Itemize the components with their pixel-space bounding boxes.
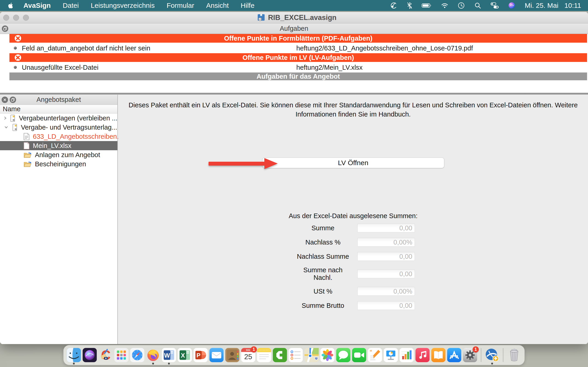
dock-powerpoint-icon[interactable]: P <box>194 348 208 362</box>
menu-item-datei[interactable]: Datei <box>63 2 79 9</box>
dock-contacts-icon[interactable] <box>225 348 240 362</box>
menu-item-formular[interactable]: Formular <box>166 2 194 9</box>
dock-numbers-icon[interactable] <box>400 348 414 362</box>
tree-item-vergabeunterlagen[interactable]: Vergabeunterlagen (verbleiben ... <box>0 114 117 123</box>
task-row-lv[interactable]: Unausgefüllte Excel-Datei heftung2/Mein_… <box>0 62 588 73</box>
task-file-path: heftung2/633_LD_Angebotsschreiben_ohne_L… <box>296 44 473 52</box>
dock-mail-icon[interactable] <box>209 348 224 362</box>
dock-pages-icon[interactable]: “ <box>368 348 382 362</box>
offer-tasks-banner: Aufgaben für das Angebot <box>9 73 587 80</box>
menu-app-name[interactable]: AvaSign <box>23 2 51 9</box>
chevron-right-icon[interactable] <box>3 116 8 120</box>
dock-messages-icon[interactable] <box>336 348 351 362</box>
tree-item-label: Bescheinigungen <box>35 160 86 168</box>
tasks-panel: Offene Punkte in Formblättern (PDF-Aufga… <box>0 34 588 93</box>
sidebar-close-icon[interactable] <box>2 97 8 103</box>
document-icon <box>23 133 30 140</box>
notification-badge: 1 <box>473 346 479 352</box>
running-indicator-dot <box>73 363 75 365</box>
menu-clock[interactable]: Mi. 25. Mai 10:11 <box>525 2 581 9</box>
bullet-icon <box>14 47 17 50</box>
menu-item-ansicht[interactable]: Ansicht <box>206 2 229 9</box>
pdf-tasks-banner-text: Offene Punkte in Formblättern (PDF-Aufga… <box>224 35 372 42</box>
dock-settings-icon[interactable]: 1 <box>463 348 477 362</box>
ccleaner-icon[interactable] <box>390 2 397 9</box>
svg-text:MAI: MAI <box>246 349 250 351</box>
dock-firefox-icon[interactable] <box>146 348 160 362</box>
tasks-restore-icon[interactable] <box>2 25 8 32</box>
binder-icon <box>10 115 16 122</box>
document-package-icon <box>257 13 265 22</box>
tree-item-bescheinigungen[interactable]: Bescheinigungen <box>0 159 117 169</box>
control-center-icon[interactable] <box>491 2 499 9</box>
task-row-pdf[interactable]: Feld an_datum_angebot darf nicht leer se… <box>0 43 588 53</box>
wifi-icon[interactable] <box>441 2 448 8</box>
time-machine-icon[interactable] <box>458 2 465 9</box>
svg-text:X: X <box>181 352 185 359</box>
window-controls <box>3 15 29 21</box>
binder-icon <box>12 124 18 131</box>
running-indicator-dot <box>491 363 493 365</box>
dock-safari-icon[interactable] <box>130 348 145 362</box>
field-row-nachlass-prozent: Nachlass % 0,00% <box>293 238 415 247</box>
dock-excel-icon[interactable]: X <box>178 348 192 362</box>
bullet-icon <box>14 66 17 69</box>
nachlass-prozent-field[interactable]: 0,00% <box>357 238 415 247</box>
sidebar-restore-icon[interactable] <box>10 97 16 103</box>
apple-menu-icon[interactable] <box>8 2 14 9</box>
summe-brutto-field[interactable]: 0,00 <box>357 301 415 310</box>
dock-appstore-icon[interactable] <box>447 348 461 362</box>
avasign-window: RIB_EXCEL.avasign Aufgaben Offene Punkte… <box>0 12 588 344</box>
ust-prozent-field[interactable]: 0,00% <box>357 287 415 296</box>
lv-open-button[interactable]: LV Öffnen <box>262 158 444 168</box>
dock-trash-icon[interactable] <box>507 348 521 362</box>
dock-photos-icon[interactable] <box>320 348 335 362</box>
minimize-window-button[interactable] <box>13 15 19 21</box>
dock-keynote-icon[interactable] <box>384 348 398 362</box>
dock-calendar-icon[interactable]: MAI251 <box>241 348 255 362</box>
close-window-button[interactable] <box>3 15 9 21</box>
tree-item-angebotsschreiben-pdf[interactable]: 633_LD_Angebotsschreiben... <box>0 132 117 141</box>
dock-siri-icon[interactable] <box>83 348 97 362</box>
dock-reminders-icon[interactable] <box>289 348 303 362</box>
chevron-down-icon[interactable] <box>3 125 10 129</box>
window-titlebar[interactable]: RIB_EXCEL.avasign <box>0 12 588 23</box>
tree-item-anlagen-zum-angebot[interactable]: Anlagen zum Angebot <box>0 150 117 159</box>
dock-maps-icon[interactable]: 280 <box>304 348 319 362</box>
offer-tasks-banner-text: Aufgaben für das Angebot <box>257 73 340 80</box>
tree-item-mein-lv-xlsx[interactable]: Mein_LV.xlsx <box>0 141 117 150</box>
nachlass-summe-field[interactable]: 0,00 <box>357 252 415 261</box>
dock-facetime-icon[interactable] <box>352 348 366 362</box>
column-header-name[interactable]: Name <box>0 105 117 114</box>
dock-word-icon[interactable]: W <box>162 348 176 362</box>
dock-notes-icon[interactable] <box>257 348 271 362</box>
bluetooth-icon[interactable] <box>406 2 413 9</box>
field-label: Summe Brutto <box>293 302 353 309</box>
field-row-summe: Summe 0,00 <box>293 224 415 232</box>
menu-item-leistungsverzeichnis[interactable]: Leistungsverzeichnis <box>91 2 155 9</box>
lv-detail-panel: Dieses Paket enthält ein LV als Excel-Da… <box>118 95 588 344</box>
sidebar-header: Angebotspaket <box>0 95 117 105</box>
tree-item-vergabe-und-vertragsunterlagen[interactable]: Vergabe- und Vertragsunterlag... <box>0 123 117 132</box>
spotlight-icon[interactable] <box>474 2 481 9</box>
zoom-window-button[interactable] <box>23 15 29 21</box>
summe-nach-nachlass-field[interactable]: 0,00 <box>357 269 415 278</box>
pane-splitter[interactable] <box>0 93 588 94</box>
menu-item-hilfe[interactable]: Hilfe <box>241 2 254 9</box>
field-label: Summe <box>293 224 353 232</box>
dock-camtasia-icon[interactable] <box>273 348 287 362</box>
battery-icon[interactable] <box>422 3 432 8</box>
summe-field[interactable]: 0,00 <box>357 224 415 232</box>
dock-finder-icon[interactable] <box>67 348 81 362</box>
lv-tasks-banner-text: Offene Punkte im LV (LV-Aufgaben) <box>242 54 354 61</box>
dock-music-icon[interactable] <box>415 348 430 362</box>
running-indicator-dot <box>152 363 154 365</box>
menu-bar: AvaSign Datei Leistungsverzeichnis Formu… <box>0 0 588 11</box>
running-indicator-dot <box>168 363 170 365</box>
dock-launchpad-icon[interactable] <box>114 348 129 362</box>
dock-books-icon[interactable] <box>431 348 446 362</box>
error-x-icon <box>15 35 21 43</box>
siri-icon[interactable] <box>508 2 515 9</box>
dock-avasign-icon[interactable] <box>485 348 499 362</box>
dock-ccleaner-icon[interactable]: C <box>99 348 113 362</box>
